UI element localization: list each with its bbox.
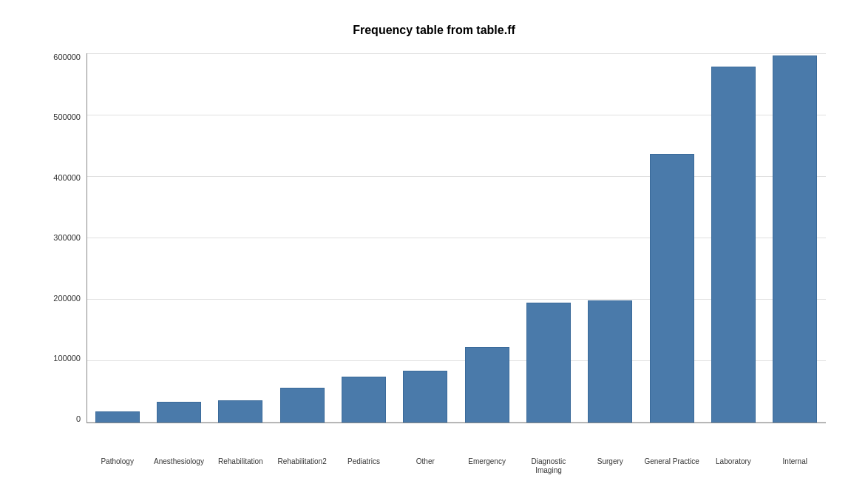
x-label-7: Diagnostic Imaging (518, 457, 579, 475)
bar-pediatrics (342, 377, 386, 423)
bar-group (395, 53, 456, 423)
bar-anesthesiology (157, 402, 201, 423)
bar-emergency (465, 347, 509, 423)
bar-group (271, 53, 333, 423)
x-label-4: Pediatrics (333, 457, 394, 475)
bar-diagnostic-imaging (526, 303, 571, 423)
y-tick-0: 0 (76, 415, 81, 423)
y-tick-100000: 100000 (53, 354, 81, 363)
x-label-5: Other (395, 457, 456, 475)
bar-group (456, 53, 518, 423)
bar-laboratory (711, 67, 756, 423)
bar-group (210, 53, 271, 423)
x-label-10: Laboratory (702, 457, 764, 475)
y-axis: 600000 500000 400000 300000 200000 10000… (27, 53, 87, 423)
bar-group (518, 53, 579, 423)
x-label-11: Internal (764, 457, 826, 475)
x-label-0: Pathology (87, 457, 148, 475)
y-tick-500000: 500000 (53, 113, 81, 121)
bar-internal (773, 55, 817, 423)
bar-group (702, 53, 764, 423)
y-tick-200000: 200000 (53, 295, 81, 303)
x-label-2: Rehabilitation (210, 457, 271, 475)
bar-group (87, 53, 148, 423)
bar-group (580, 53, 641, 423)
x-label-6: Emergency (456, 457, 518, 475)
x-labels: PathologyAnesthesiologyRehabilitationReh… (87, 457, 826, 475)
chart-container: Frequency table from table.ff 600000 500… (27, 16, 841, 482)
bar-group (148, 53, 209, 423)
bar-group (333, 53, 394, 423)
bar-other (403, 371, 447, 423)
bar-pathology (95, 411, 140, 423)
y-tick-300000: 300000 (53, 234, 81, 242)
bar-rehabilitation2 (280, 388, 325, 423)
x-label-9: General Practice (641, 457, 702, 475)
y-tick-600000: 600000 (53, 53, 81, 61)
bar-group (764, 53, 826, 423)
bars-wrapper (87, 53, 826, 423)
y-tick-400000: 400000 (53, 174, 81, 182)
bar-surgery (588, 300, 632, 423)
x-label-3: Rehabilitation2 (271, 457, 333, 475)
chart-title: Frequency table from table.ff (27, 24, 841, 37)
bar-rehabilitation (218, 400, 262, 423)
bar-general-practice (650, 154, 694, 423)
x-label-1: Anesthesiology (148, 457, 209, 475)
x-label-8: Surgery (580, 457, 641, 475)
bar-group (641, 53, 702, 423)
